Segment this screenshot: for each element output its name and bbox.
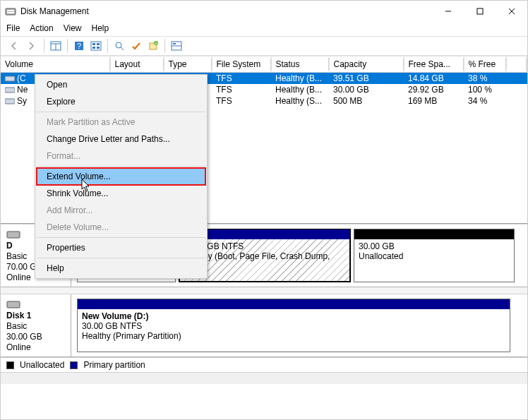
svg-rect-13 (92, 43, 95, 45)
cell-name: Ne (17, 85, 28, 95)
minimize-button[interactable] (432, 1, 464, 22)
check-button[interactable] (128, 38, 144, 54)
svg-text:?: ? (77, 42, 81, 50)
svg-rect-16 (97, 47, 100, 49)
col-free[interactable]: Free Spa... (404, 56, 464, 72)
ctx-shrink-volume[interactable]: Shrink Volume... (37, 185, 205, 202)
horizontal-scrollbar[interactable] (1, 372, 527, 384)
svg-point-17 (116, 42, 121, 48)
svg-rect-27 (5, 99, 15, 104)
svg-rect-24 (173, 43, 176, 44)
legend-primary: Primary partition (83, 360, 145, 370)
maximize-button[interactable] (464, 1, 496, 22)
col-capacity[interactable]: Capacity (329, 56, 404, 72)
cell-cap: 39.51 GB (329, 72, 404, 84)
ctx-change-drive-letter[interactable]: Change Drive Letter and Paths... (37, 131, 205, 148)
cell-cap: 30.00 GB (329, 84, 404, 95)
partition-status: Healthy (Boot, Page File, Crash Dump, Pr… (184, 251, 346, 271)
col-fs[interactable]: File System (212, 56, 271, 72)
disk-state: Online (6, 342, 65, 352)
ctx-extend-volume[interactable]: Extend Volume... (37, 168, 205, 185)
disk-info[interactable]: Disk 1 Basic 30.00 GB Online (1, 294, 71, 356)
disk-size: 30.00 GB (6, 332, 65, 342)
window-title: Disk Management (20, 6, 89, 16)
back-button[interactable] (6, 38, 22, 54)
svg-rect-14 (97, 43, 100, 45)
svg-rect-12 (91, 42, 101, 50)
ctx-properties[interactable]: Properties (37, 239, 205, 256)
svg-rect-4 (477, 8, 483, 14)
cell-pct: 34 % (464, 95, 506, 107)
partition-bar (354, 229, 514, 239)
legend-unallocated: Unallocated (20, 360, 64, 370)
help-button[interactable]: ? (71, 38, 87, 54)
menu-help[interactable]: Help (92, 23, 109, 33)
ctx-mark-active[interactable]: Mark Partition as Active (37, 114, 205, 131)
cell-fs: TFS (212, 84, 271, 95)
cell-name: (C (17, 73, 26, 83)
toolbar: ? + (1, 36, 527, 56)
cell-status: Healthy (B... (271, 72, 329, 84)
cell-cap: 500 MB (329, 95, 404, 107)
col-layout[interactable]: Layout (110, 56, 164, 72)
ctx-explore[interactable]: Explore (37, 93, 205, 110)
cell-name: Sy (17, 96, 27, 106)
svg-rect-0 (6, 8, 16, 15)
context-menu: Open Explore Mark Partition as Active Ch… (35, 74, 208, 279)
svg-line-18 (121, 47, 124, 50)
col-volume[interactable]: Volume (1, 56, 110, 72)
titlebar: Disk Management (1, 1, 527, 22)
disk-row-1: Disk 1 Basic 30.00 GB Online New Volume … (1, 294, 527, 357)
disk-type: Basic (6, 321, 65, 331)
cell-status: Healthy (S... (271, 95, 329, 107)
cell-fs: TFS (212, 72, 271, 84)
new-button[interactable]: + (145, 38, 161, 54)
partition-status: Healthy (Primary Partition) (82, 331, 505, 341)
col-status[interactable]: Status (271, 56, 329, 72)
disk-label: Disk 1 (6, 311, 65, 320)
svg-rect-26 (5, 88, 15, 92)
app-icon (5, 6, 16, 17)
ctx-format[interactable]: Format... (37, 148, 205, 164)
disk-icon (6, 299, 20, 310)
ctx-open[interactable]: Open (37, 76, 205, 93)
legend: Unallocated Primary partition (1, 357, 527, 372)
cell-pct: 38 % (464, 72, 506, 84)
svg-rect-28 (7, 232, 20, 238)
partition-status: Unallocated (359, 251, 510, 261)
ctx-add-mirror[interactable]: Add Mirror... (37, 202, 205, 219)
view-settings-button[interactable] (48, 38, 64, 54)
cell-pct: 100 % (464, 84, 506, 95)
drive-icon (5, 85, 15, 94)
forward-button[interactable] (23, 38, 39, 54)
svg-text:+: + (155, 41, 157, 45)
ctx-delete-volume[interactable]: Delete Volume... (37, 219, 205, 236)
partition-size: 30.00 GB (359, 241, 510, 251)
settings-button[interactable] (88, 38, 104, 54)
menu-file[interactable]: File (6, 23, 20, 33)
svg-rect-1 (7, 10, 14, 11)
drive-icon (5, 74, 15, 83)
svg-rect-2 (7, 12, 14, 13)
cell-free: 14.84 GB (404, 72, 464, 84)
partition-bar (78, 299, 510, 309)
close-button[interactable] (496, 1, 527, 22)
svg-rect-25 (5, 76, 15, 81)
layout-button[interactable] (169, 38, 184, 54)
partition-size: 39.51 GB NTFS (184, 241, 346, 251)
partition[interactable]: New Volume (D:) 30.00 GB NTFS Healthy (P… (77, 299, 510, 352)
col-type[interactable]: Type (164, 56, 212, 72)
menu-view[interactable]: View (64, 23, 82, 33)
partition-size: 30.00 GB NTFS (82, 321, 505, 331)
col-pct[interactable]: % Free (464, 56, 506, 72)
menu-action[interactable]: Action (30, 23, 53, 33)
cell-fs: TFS (212, 95, 271, 107)
partition-unallocated[interactable]: 30.00 GB Unallocated (354, 229, 515, 282)
svg-rect-29 (7, 301, 20, 308)
cell-status: Healthy (B... (271, 84, 329, 95)
table-header-row: Volume Layout Type File System Status Ca… (1, 56, 527, 72)
ctx-help[interactable]: Help (37, 260, 205, 277)
find-button[interactable] (112, 38, 127, 54)
cell-free: 29.92 GB (404, 84, 464, 95)
cell-free: 169 MB (404, 95, 464, 107)
